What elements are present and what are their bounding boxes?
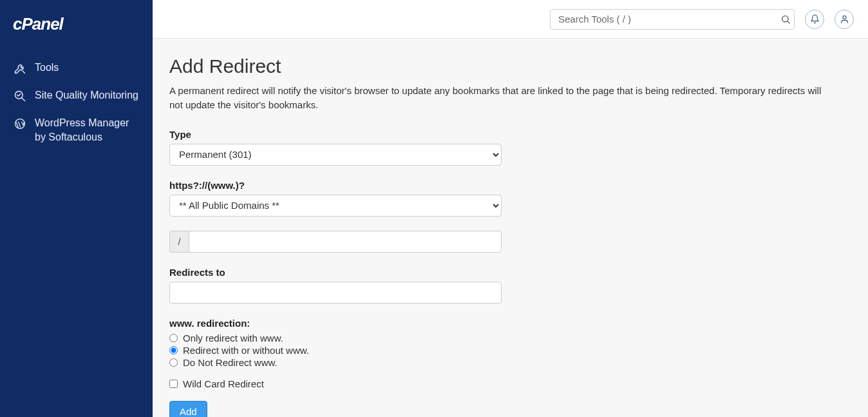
svg-line-1 xyxy=(23,71,24,73)
field-type: Type Permanent (301) xyxy=(169,129,502,166)
field-redirects-to: Redirects to xyxy=(169,267,502,304)
svg-line-3 xyxy=(22,98,25,101)
www-option-with-or-without[interactable]: Redirect with or without www. xyxy=(169,345,502,356)
redirects-to-label: Redirects to xyxy=(169,267,502,278)
account-button[interactable] xyxy=(835,10,854,29)
www-radio-do-not[interactable] xyxy=(169,358,178,367)
page-description: A permanent redirect will notify the vis… xyxy=(169,84,833,112)
notifications-button[interactable] xyxy=(805,10,824,29)
sidebar-item-label: WordPress Manager by Softaculous xyxy=(35,116,140,145)
page-title: Add Redirect xyxy=(169,55,851,77)
svg-point-7 xyxy=(843,16,846,19)
sidebar: cPanel Tools Site Quality Monitoring xyxy=(0,0,153,417)
path-input[interactable] xyxy=(189,231,502,253)
radio-label: Only redirect with www. xyxy=(183,333,283,344)
sidebar-item-tools[interactable]: Tools xyxy=(13,54,140,82)
magnify-check-icon xyxy=(13,89,27,103)
wildcard-row[interactable]: Wild Card Redirect xyxy=(169,378,502,389)
add-button[interactable]: Add xyxy=(169,401,207,418)
radio-label: Do Not Redirect www. xyxy=(183,357,278,368)
search-wrap xyxy=(550,9,795,30)
sidebar-item-label: Site Quality Monitoring xyxy=(35,88,138,102)
search-input[interactable] xyxy=(550,9,795,30)
sidebar-item-site-quality[interactable]: Site Quality Monitoring xyxy=(13,82,140,110)
bell-icon xyxy=(810,14,820,24)
topbar xyxy=(153,0,868,39)
sidebar-item-wordpress-manager[interactable]: WordPress Manager by Softaculous xyxy=(13,110,140,151)
field-domain: https?://(www.)? ** All Public Domains *… xyxy=(169,180,502,217)
domain-label: https?://(www.)? xyxy=(169,180,502,191)
wordpress-icon xyxy=(13,117,27,131)
www-option-only-with[interactable]: Only redirect with www. xyxy=(169,333,502,344)
www-radio-only-with[interactable] xyxy=(169,334,178,342)
user-icon xyxy=(840,14,849,24)
main: Add Redirect A permanent redirect will n… xyxy=(153,0,868,417)
svg-line-6 xyxy=(788,21,789,23)
svg-text:cPanel: cPanel xyxy=(13,15,64,34)
tools-icon xyxy=(13,61,27,75)
path-prefix: / xyxy=(169,231,189,253)
type-label: Type xyxy=(169,129,502,140)
redirects-to-input[interactable] xyxy=(169,282,502,304)
svg-point-5 xyxy=(782,15,788,21)
www-heading: www. redirection: xyxy=(169,318,502,329)
content: Add Redirect A permanent redirect will n… xyxy=(153,39,868,417)
sidebar-item-label: Tools xyxy=(35,61,59,75)
wildcard-label: Wild Card Redirect xyxy=(183,378,264,389)
brand-logo: cPanel xyxy=(13,15,140,35)
search-icon[interactable] xyxy=(780,14,791,24)
www-radio-with-or-without[interactable] xyxy=(169,346,178,354)
field-wildcard: Wild Card Redirect xyxy=(169,378,502,389)
radio-label: Redirect with or without www. xyxy=(183,345,309,356)
field-path: / xyxy=(169,231,502,253)
domain-select[interactable]: ** All Public Domains ** xyxy=(169,195,502,217)
type-select[interactable]: Permanent (301) xyxy=(169,144,502,166)
www-option-do-not[interactable]: Do Not Redirect www. xyxy=(169,357,502,368)
wildcard-checkbox[interactable] xyxy=(169,380,178,388)
field-www-redirection: www. redirection: Only redirect with www… xyxy=(169,318,502,368)
